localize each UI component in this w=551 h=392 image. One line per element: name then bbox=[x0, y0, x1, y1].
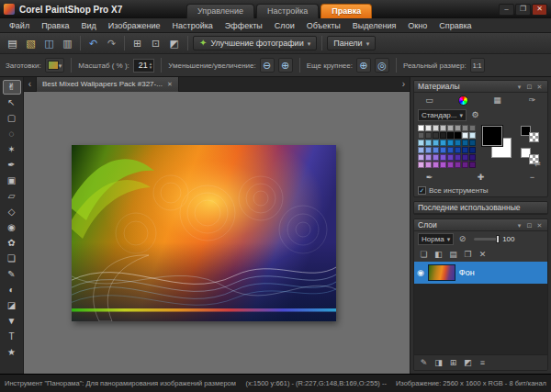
dropper-tool[interactable]: ✒ bbox=[3, 158, 21, 173]
open-image-button[interactable]: ▧ bbox=[22, 35, 39, 51]
close-button[interactable]: ✕ bbox=[532, 4, 547, 16]
selection-tool[interactable]: ▢ bbox=[3, 111, 21, 126]
duplicate-layer-icon[interactable]: ❐ bbox=[462, 249, 474, 260]
color-swatch[interactable] bbox=[425, 132, 432, 139]
panel-float-icon[interactable]: ⊡ bbox=[525, 84, 534, 90]
color-swatch[interactable] bbox=[440, 154, 446, 161]
menu-item-4[interactable]: Изображение bbox=[103, 20, 166, 31]
color-swatch[interactable] bbox=[440, 132, 446, 139]
remove-color-icon[interactable]: − bbox=[526, 172, 538, 183]
color-swatch[interactable] bbox=[455, 147, 461, 153]
perspective-tool[interactable]: ◇ bbox=[3, 205, 21, 219]
color-swatch[interactable] bbox=[469, 132, 476, 139]
color-swatch[interactable] bbox=[469, 125, 476, 131]
color-swatch[interactable] bbox=[469, 147, 476, 153]
new-layer-icon[interactable]: ❏ bbox=[418, 249, 430, 260]
color-swatch[interactable] bbox=[447, 125, 454, 131]
rainbow-tab-icon[interactable] bbox=[458, 95, 468, 106]
layer-row[interactable]: ◉ Фон bbox=[414, 262, 547, 284]
color-swatch[interactable] bbox=[455, 140, 461, 146]
opacity-slider-knob[interactable] bbox=[496, 235, 500, 243]
color-swatch[interactable] bbox=[440, 147, 446, 153]
color-swatch[interactable] bbox=[425, 140, 432, 146]
color-swatch[interactable] bbox=[462, 132, 468, 139]
tab-scroll-left-icon[interactable]: ‹ bbox=[24, 77, 36, 92]
palettes-button[interactable]: ◩ bbox=[165, 35, 183, 51]
menu-item-2[interactable]: Правка bbox=[36, 20, 74, 31]
layer-thumbnail[interactable] bbox=[428, 264, 455, 281]
color-swatch[interactable] bbox=[462, 125, 468, 131]
maximize-button[interactable]: ❐ bbox=[515, 4, 531, 16]
delete-layer-icon[interactable]: ✕ bbox=[477, 249, 489, 260]
blend-ranges-icon[interactable]: ◨ bbox=[433, 357, 444, 368]
zoom-spinner[interactable]: 21 ▴▾ bbox=[133, 59, 155, 73]
tab-close-icon[interactable]: ✕ bbox=[167, 81, 173, 88]
print-button[interactable]: ▥ bbox=[59, 35, 76, 51]
resize-button[interactable]: ⊞ bbox=[129, 35, 146, 51]
redo-button[interactable]: ↷ bbox=[103, 35, 120, 51]
color-swatch[interactable] bbox=[469, 140, 476, 146]
workspace-tab-1[interactable]: Управление bbox=[186, 4, 254, 18]
foreground-color-swatch[interactable] bbox=[482, 126, 502, 146]
menu-item-6[interactable]: Эффекты bbox=[219, 20, 268, 31]
color-swatch[interactable] bbox=[433, 125, 439, 131]
pick-tool[interactable]: ↖ bbox=[3, 95, 21, 110]
color-swatch[interactable] bbox=[469, 162, 476, 168]
presets-dropdown[interactable]: ▾ bbox=[45, 58, 65, 73]
menu-item-9[interactable]: Выделения bbox=[347, 20, 402, 31]
undo-button[interactable]: ↶ bbox=[84, 35, 102, 51]
panels-dropdown[interactable]: Панели ▾ bbox=[327, 36, 376, 50]
new-mask-layer-icon[interactable]: ◧ bbox=[433, 249, 444, 260]
eraser-tool[interactable]: ◪ bbox=[3, 298, 21, 313]
menu-item-3[interactable]: Вид bbox=[76, 20, 102, 31]
menu-item-1[interactable]: Файл bbox=[4, 20, 35, 31]
dropper-icon[interactable]: ✒ bbox=[423, 172, 435, 183]
menu-item-8[interactable]: Объекты bbox=[301, 20, 346, 31]
text-tool[interactable]: T bbox=[3, 330, 21, 344]
spinner-arrows-icon[interactable]: ▴▾ bbox=[150, 62, 152, 69]
panel-float-icon[interactable]: ⊡ bbox=[525, 222, 534, 229]
zoom-larger-button[interactable]: ⊕ bbox=[356, 58, 371, 73]
swatches-tab-icon[interactable]: ▦ bbox=[491, 95, 503, 106]
link-layers-icon[interactable]: ⊞ bbox=[447, 357, 459, 368]
color-swatch[interactable] bbox=[433, 147, 439, 153]
photo-fix-dropdown[interactable]: ✦ Улучшение фотографии ▾ bbox=[193, 36, 317, 50]
color-swatch[interactable] bbox=[433, 140, 439, 146]
color-swatch[interactable] bbox=[447, 154, 454, 161]
panel-close-icon[interactable]: ✕ bbox=[535, 222, 544, 229]
red-eye-tool[interactable]: ◉ bbox=[3, 220, 21, 235]
menu-item-5[interactable]: Настройка bbox=[167, 20, 219, 31]
tab-scroll-right-icon[interactable]: › bbox=[398, 77, 410, 92]
color-swatch[interactable] bbox=[425, 125, 432, 131]
color-swatch[interactable] bbox=[418, 154, 424, 161]
foreground-texture-swatch[interactable] bbox=[529, 132, 539, 142]
layer-styles-icon[interactable]: ◩ bbox=[462, 357, 474, 368]
color-swatch[interactable] bbox=[433, 154, 439, 161]
opacity-slider[interactable] bbox=[474, 238, 500, 241]
makeover-tool[interactable]: ✿ bbox=[3, 236, 21, 251]
palette-select[interactable]: Стандар... ▾ bbox=[418, 109, 467, 121]
color-swatch[interactable] bbox=[433, 132, 439, 139]
pan-tool[interactable]: ✌ bbox=[3, 80, 21, 95]
color-swatch[interactable] bbox=[462, 140, 468, 146]
new-image-button[interactable]: ▤ bbox=[4, 35, 21, 51]
color-swatch[interactable] bbox=[418, 132, 424, 139]
color-swatch[interactable] bbox=[462, 147, 468, 153]
workspace-tab-3[interactable]: Правка bbox=[320, 4, 372, 18]
freehand-selection-tool[interactable]: ◌ bbox=[3, 127, 21, 141]
more-options-icon[interactable]: ≡ bbox=[477, 357, 489, 368]
paint-brush-tool[interactable]: ✎ bbox=[3, 267, 21, 282]
document-tab[interactable]: Best Mixed Wallpapers Pack #327-... ✕ bbox=[36, 77, 179, 92]
panel-menu-icon[interactable]: ▾ bbox=[515, 84, 523, 90]
palette-settings-icon[interactable]: ⚙ bbox=[469, 110, 481, 121]
save-button[interactable]: ◫ bbox=[40, 35, 58, 51]
color-swatch[interactable] bbox=[440, 125, 446, 131]
color-swatch[interactable] bbox=[425, 162, 432, 168]
color-swatch[interactable] bbox=[418, 147, 424, 153]
color-swatch[interactable] bbox=[418, 140, 424, 146]
add-color-icon[interactable]: ✚ bbox=[475, 172, 487, 183]
flood-fill-tool[interactable]: ▼ bbox=[3, 314, 21, 329]
zoom-in-button[interactable]: ⊕ bbox=[278, 58, 293, 73]
swap-colors-icon[interactable]: ⇄ bbox=[534, 161, 541, 168]
color-swatch[interactable] bbox=[462, 162, 468, 168]
